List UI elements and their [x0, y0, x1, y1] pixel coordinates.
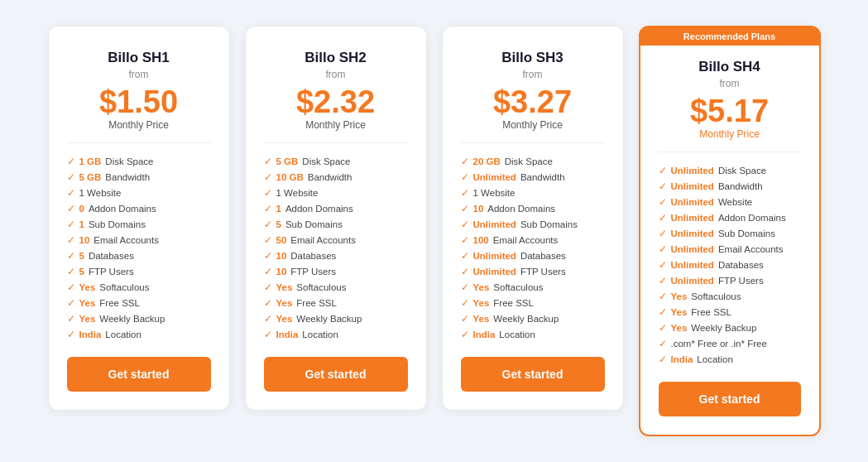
feature-text: Databases — [718, 260, 764, 270]
feature-bold: Unlimited — [671, 276, 714, 286]
plan-price-sh4: $5.17 — [659, 94, 801, 129]
feature-item: ✓1 Website — [67, 185, 211, 200]
feature-bold: Unlimited — [671, 260, 714, 270]
check-icon: ✓ — [264, 234, 272, 246]
plan-price-sh3: $3.27 — [461, 85, 605, 120]
check-icon: ✓ — [659, 243, 667, 255]
feature-text: Website — [718, 197, 752, 207]
check-icon: ✓ — [264, 297, 272, 309]
feature-item: ✓1 Website — [264, 185, 408, 200]
feature-list-sh1: ✓1 GB Disk Space ✓5 GB Bandwidth ✓1 Webs… — [67, 153, 211, 342]
check-icon: ✓ — [461, 297, 469, 309]
check-icon: ✓ — [659, 259, 667, 271]
check-icon: ✓ — [264, 187, 272, 199]
feature-text: Disk Space — [302, 156, 350, 166]
feature-item: ✓10 Databases — [264, 248, 408, 263]
feature-text: Weekly Backup — [691, 323, 756, 333]
get-started-button-sh1[interactable]: Get started — [67, 357, 211, 392]
feature-text: Bandwidth — [308, 172, 352, 182]
feature-item: ✓1 Website — [461, 185, 605, 200]
feature-item: ✓India Location — [659, 351, 801, 367]
feature-item: ✓100 Email Accounts — [461, 232, 605, 248]
feature-item: ✓Yes Free SSL — [67, 295, 211, 310]
plan-from-sh2: from — [264, 69, 408, 80]
feature-bold: 1 — [79, 219, 84, 229]
check-icon: ✓ — [461, 219, 469, 230]
feature-bold: Yes — [79, 282, 96, 292]
feature-bold: 10 — [276, 251, 287, 261]
check-icon: ✓ — [659, 354, 667, 365]
feature-item: ✓1 GB Disk Space — [67, 153, 211, 169]
feature-text: Location — [105, 330, 141, 339]
feature-text: Free SSL — [99, 298, 140, 308]
feature-item: ✓Yes Weekly Backup — [461, 310, 605, 326]
plan-name-sh1: Billo SH1 — [67, 50, 211, 66]
feature-bold: Unlimited — [671, 213, 714, 223]
feature-text: Addon Domains — [89, 204, 156, 214]
feature-bold: 100 — [473, 235, 489, 245]
feature-item: ✓1 Sub Domains — [67, 216, 211, 232]
feature-text: Bandwidth — [105, 172, 150, 182]
check-icon: ✓ — [659, 180, 667, 192]
feature-bold: 10 — [473, 204, 484, 214]
check-icon: ✓ — [264, 329, 272, 340]
feature-item: ✓Yes Softaculous — [461, 279, 605, 295]
feature-item: ✓Unlimited Databases — [659, 257, 801, 272]
check-icon: ✓ — [264, 203, 272, 214]
feature-text: Location — [499, 330, 535, 339]
feature-bold: Yes — [473, 282, 490, 292]
get-started-button-sh2[interactable]: Get started — [264, 357, 408, 392]
feature-item: ✓.com* Free or .in* Free — [659, 335, 801, 351]
feature-item: ✓Unlimited FTP Users — [461, 263, 605, 279]
feature-item: ✓Yes Weekly Backup — [659, 320, 801, 335]
plan-period-sh1: Monthly Price — [67, 119, 211, 131]
feature-text: FTP Users — [520, 267, 566, 277]
feature-item: ✓Yes Free SSL — [659, 304, 801, 320]
check-icon: ✓ — [67, 203, 75, 214]
feature-item: ✓Yes Softaculous — [264, 279, 408, 295]
feature-bold: India — [276, 330, 299, 339]
feature-item: ✓Yes Softaculous — [659, 288, 801, 304]
feature-bold: 5 — [79, 251, 84, 261]
feature-bold: Yes — [79, 298, 96, 308]
feature-text: .com* Free or .in* Free — [671, 339, 767, 349]
check-icon: ✓ — [67, 187, 75, 199]
check-icon: ✓ — [659, 228, 667, 239]
feature-text: Disk Space — [105, 156, 153, 166]
feature-text: Location — [302, 330, 338, 339]
check-icon: ✓ — [659, 322, 667, 334]
feature-bold: 20 GB — [473, 156, 501, 166]
feature-item: ✓20 GB Disk Space — [461, 153, 605, 169]
check-icon: ✓ — [67, 313, 75, 325]
get-started-button-sh3[interactable]: Get started — [461, 357, 605, 392]
feature-item: ✓0 Addon Domains — [67, 200, 211, 216]
feature-bold: Yes — [473, 298, 490, 308]
feature-bold: 0 — [79, 204, 84, 214]
check-icon: ✓ — [264, 266, 272, 277]
check-icon: ✓ — [264, 282, 272, 293]
feature-text: Free SSL — [493, 298, 534, 308]
check-icon: ✓ — [461, 156, 469, 167]
feature-item: ✓5 GB Disk Space — [264, 153, 408, 169]
feature-bold: Yes — [276, 314, 293, 324]
feature-bold: India — [473, 330, 496, 339]
check-icon: ✓ — [659, 275, 667, 286]
feature-item: ✓India Location — [67, 326, 211, 342]
feature-bold: Unlimited — [671, 244, 714, 254]
get-started-button-sh4[interactable]: Get started — [659, 382, 801, 416]
feature-list-sh2: ✓5 GB Disk Space ✓10 GB Bandwidth ✓1 Web… — [264, 153, 408, 342]
check-icon: ✓ — [659, 291, 667, 302]
feature-item: ✓Yes Softaculous — [67, 279, 211, 295]
feature-item: ✓Yes Free SSL — [264, 295, 408, 310]
feature-bold: Yes — [671, 307, 688, 317]
recommended-badge: Recommended Plans — [639, 27, 821, 46]
feature-text: Addon Domains — [487, 204, 555, 214]
feature-text: Sub Domains — [285, 219, 343, 229]
check-icon: ✓ — [461, 313, 469, 325]
feature-item: ✓Yes Weekly Backup — [67, 310, 211, 326]
feature-bold: Unlimited — [671, 229, 714, 238]
feature-text: Databases — [290, 251, 336, 261]
feature-text: 1 Website — [79, 188, 122, 198]
feature-text: Softaculous — [296, 282, 346, 292]
feature-text: Location — [697, 354, 732, 364]
